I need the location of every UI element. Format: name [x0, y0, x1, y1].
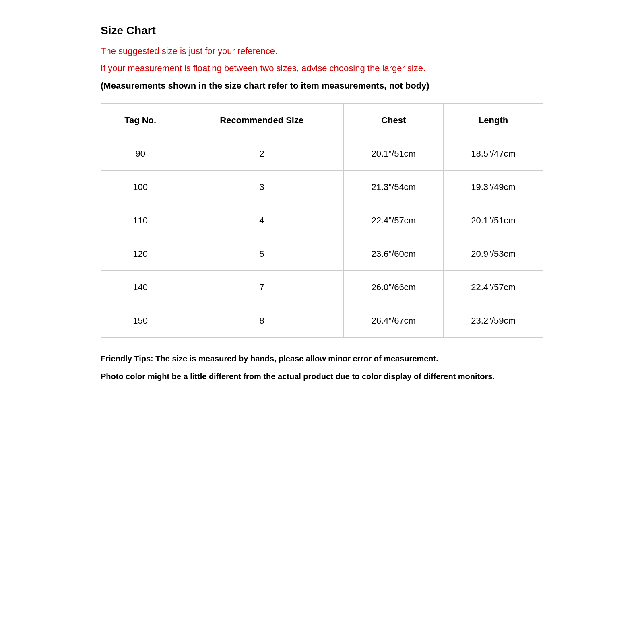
table-cell-r2-c1: 4: [180, 204, 344, 237]
table-header-row: Tag No. Recommended Size Chest Length: [101, 104, 543, 137]
table-cell-r2-c3: 20.1"/51cm: [444, 204, 543, 237]
table-cell-r3-c0: 120: [101, 237, 180, 271]
notice-line2: If your measurement is floating between …: [101, 62, 543, 75]
table-cell-r4-c0: 140: [101, 271, 180, 304]
table-row: 150826.4"/67cm23.2"/59cm: [101, 304, 543, 338]
table-row: 90220.1"/51cm18.5"/47cm: [101, 137, 543, 171]
main-container: Size Chart The suggested size is just fo…: [101, 24, 543, 388]
table-cell-r4-c1: 7: [180, 271, 344, 304]
table-cell-r3-c2: 23.6"/60cm: [344, 237, 444, 271]
col-header-size: Recommended Size: [180, 104, 344, 137]
table-cell-r1-c2: 21.3"/54cm: [344, 171, 444, 204]
page-title: Size Chart: [101, 24, 543, 37]
notice-line1: The suggested size is just for your refe…: [101, 44, 543, 58]
table-row: 110422.4"/57cm20.1"/51cm: [101, 204, 543, 237]
table-cell-r3-c3: 20.9"/53cm: [444, 237, 543, 271]
table-cell-r0-c3: 18.5"/47cm: [444, 137, 543, 171]
col-header-chest: Chest: [344, 104, 444, 137]
table-cell-r5-c3: 23.2"/59cm: [444, 304, 543, 338]
footer-tip1: Friendly Tips: The size is measured by h…: [101, 352, 543, 365]
notice-line3: (Measurements shown in the size chart re…: [101, 79, 543, 92]
table-row: 120523.6"/60cm20.9"/53cm: [101, 237, 543, 271]
col-header-length: Length: [444, 104, 543, 137]
table-cell-r0-c2: 20.1"/51cm: [344, 137, 444, 171]
table-cell-r4-c3: 22.4"/57cm: [444, 271, 543, 304]
table-cell-r2-c0: 110: [101, 204, 180, 237]
table-cell-r2-c2: 22.4"/57cm: [344, 204, 444, 237]
table-row: 140726.0"/66cm22.4"/57cm: [101, 271, 543, 304]
table-cell-r5-c0: 150: [101, 304, 180, 338]
table-cell-r3-c1: 5: [180, 237, 344, 271]
table-cell-r1-c0: 100: [101, 171, 180, 204]
col-header-tag: Tag No.: [101, 104, 180, 137]
table-cell-r4-c2: 26.0"/66cm: [344, 271, 444, 304]
table-cell-r1-c3: 19.3"/49cm: [444, 171, 543, 204]
table-cell-r1-c1: 3: [180, 171, 344, 204]
table-cell-r0-c0: 90: [101, 137, 180, 171]
size-chart-table: Tag No. Recommended Size Chest Length 90…: [101, 103, 543, 338]
table-cell-r0-c1: 2: [180, 137, 344, 171]
table-row: 100321.3"/54cm19.3"/49cm: [101, 171, 543, 204]
footer-tip2: Photo color might be a little different …: [101, 370, 543, 383]
table-cell-r5-c1: 8: [180, 304, 344, 338]
table-cell-r5-c2: 26.4"/67cm: [344, 304, 444, 338]
